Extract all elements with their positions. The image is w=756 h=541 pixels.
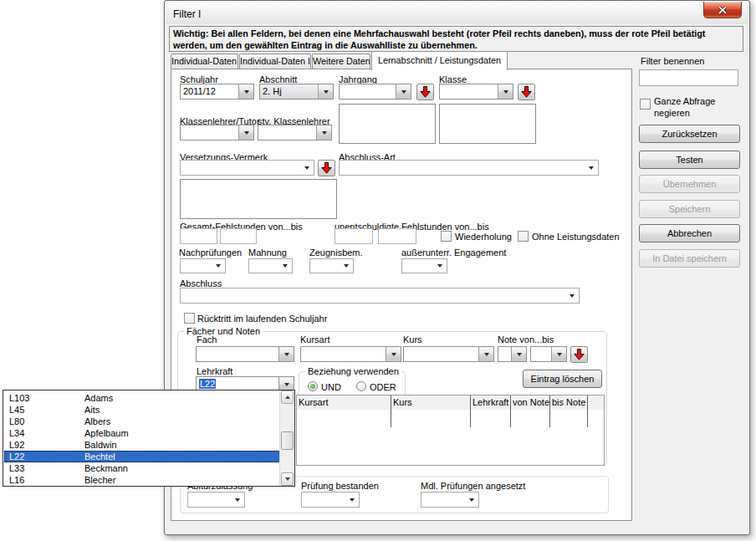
lehrkraft-code: L92 [9, 439, 24, 451]
list-item[interactable]: L92 Baldwin [4, 439, 280, 451]
tab-individual-daten-2[interactable]: Individual-Daten II [239, 54, 311, 69]
close-button[interactable] [703, 2, 742, 18]
chevron-down-icon[interactable] [511, 347, 526, 361]
warning-line1: Wichtig: Bei allen Feldern, bei denen ei… [173, 28, 739, 39]
ruecktritt-checkbox[interactable] [184, 313, 195, 324]
klasse-apply-arrow-button[interactable] [518, 84, 535, 100]
beziehung-oder-radio[interactable] [356, 381, 366, 391]
mdl-pruefungen-select[interactable] [421, 492, 479, 508]
red-down-arrow-icon [574, 349, 585, 360]
jahrgang-apply-arrow-button[interactable] [416, 84, 434, 100]
klasse-select[interactable] [439, 84, 513, 100]
klasse-selection-list[interactable] [439, 104, 536, 144]
lehrkraft-dropdown-list[interactable]: L103 Adams L45 Aits L80 Albers L34 Apfel… [3, 390, 295, 487]
versetzungs-vermerk-select[interactable] [180, 160, 314, 176]
beziehung-title: Beziehung verwenden [305, 366, 401, 376]
chevron-down-icon[interactable] [231, 493, 244, 507]
versetzungs-vermerk-apply-arrow-button[interactable] [318, 160, 335, 176]
note-bis-select[interactable] [530, 346, 567, 362]
tab-individual-daten-1[interactable]: Individual-Daten I [171, 54, 238, 69]
list-item[interactable]: L80 Albers [4, 416, 280, 427]
kurs-select[interactable] [403, 346, 494, 362]
zeugnisbem-select[interactable] [309, 258, 354, 273]
klassenlehrer-select[interactable] [180, 125, 254, 140]
chevron-down-icon[interactable] [386, 347, 401, 361]
chevron-down-icon[interactable] [345, 493, 359, 507]
chevron-down-icon[interactable] [396, 84, 411, 99]
lehrkraft-name: Albers [84, 416, 110, 427]
negieren-checkbox[interactable] [640, 99, 651, 110]
list-item[interactable]: L16 Blecher [4, 474, 280, 486]
jahrgang-select[interactable] [339, 84, 411, 100]
list-item[interactable]: L33 Beckmann [4, 462, 280, 474]
scrollbar-thumb[interactable] [281, 431, 294, 450]
wiederholung-checkbox[interactable] [441, 231, 452, 242]
scroll-down-button[interactable] [281, 472, 294, 486]
chevron-down-icon[interactable] [498, 84, 513, 99]
filter-name-input[interactable] [639, 69, 738, 86]
kurs-label: Kurs [403, 334, 422, 345]
gesamt-fehlstunden-bis-input[interactable] [220, 228, 257, 244]
faecher-noten-table[interactable]: Kursart Kurs Lehrkraft von Note bis Note [296, 395, 605, 466]
chevron-down-icon[interactable] [478, 347, 493, 361]
list-item-selected[interactable]: L22 Bechtel [4, 451, 280, 462]
titlebar[interactable]: Filter I [166, 2, 748, 24]
list-item[interactable]: L45 Aits [4, 404, 280, 416]
abbrechen-button[interactable]: Abbrechen [639, 224, 740, 242]
schuljahr-select[interactable]: 2011/12 [180, 84, 254, 100]
unentschuldigte-bis-input[interactable] [378, 228, 416, 244]
note-apply-arrow-button[interactable] [570, 346, 588, 363]
ohne-leistungsdaten-checkbox[interactable] [518, 231, 529, 242]
fach-select[interactable] [196, 346, 294, 362]
chevron-down-icon[interactable] [300, 161, 314, 175]
red-down-arrow-icon [420, 86, 431, 98]
warning-box: Wichtig: Bei allen Feldern, bei denen ei… [169, 26, 743, 52]
dropdown-scrollbar[interactable] [279, 390, 294, 486]
chevron-down-icon[interactable] [551, 347, 566, 361]
beziehung-und-radio[interactable] [308, 381, 318, 391]
chevron-down-icon[interactable] [565, 288, 579, 303]
chevron-down-icon[interactable] [238, 84, 253, 99]
mahnung-label: Mahnung [248, 248, 287, 258]
versetzungs-vermerk-selection-list[interactable] [180, 179, 337, 219]
chevron-down-icon[interactable] [316, 125, 331, 140]
zuruecksetzen-button[interactable]: Zurücksetzen [639, 125, 740, 143]
ausserunterr-engagement-select[interactable] [401, 258, 447, 273]
chevron-down-icon[interactable] [318, 84, 333, 99]
abiturzulassung-select[interactable] [187, 492, 245, 508]
tab-weitere-daten[interactable]: Weitere Daten [312, 54, 370, 69]
beziehung-oder-label: ODER [370, 382, 396, 393]
kursart-select[interactable] [300, 346, 401, 362]
lehrkraft-name: Baldwin [84, 439, 117, 451]
eintrag-loeschen-button[interactable]: Eintrag löschen [523, 370, 602, 388]
unentschuldigte-von-input[interactable] [335, 228, 373, 244]
chevron-down-icon[interactable] [433, 259, 447, 273]
table-header-lehrkraft: Lehrkraft [471, 396, 511, 410]
abschluss-art-select[interactable] [339, 160, 599, 176]
note-von-select[interactable] [498, 346, 527, 362]
scroll-up-button[interactable] [281, 390, 294, 404]
chevron-down-icon[interactable] [340, 259, 353, 273]
chevron-down-icon[interactable] [212, 259, 225, 273]
gesamt-fehlstunden-von-input[interactable] [180, 228, 217, 244]
lehrkraft-name: Bechtel [84, 451, 115, 462]
chevron-down-icon[interactable] [278, 259, 292, 273]
tab-lernabschnitt[interactable]: Lernabschnitt / Leistungsdaten [371, 51, 508, 70]
scroll-up-icon [285, 396, 290, 399]
abschluss-select[interactable] [180, 288, 580, 304]
chevron-down-icon[interactable] [585, 161, 598, 175]
testen-button[interactable]: Testen [639, 151, 740, 169]
pruefung-bestanden-select[interactable] [301, 492, 360, 508]
list-item[interactable]: L34 Apfelbaum [4, 427, 280, 439]
jahrgang-selection-list[interactable] [339, 104, 436, 144]
chevron-down-icon[interactable] [238, 125, 253, 140]
chevron-down-icon[interactable] [278, 347, 294, 361]
mahnung-select[interactable] [248, 258, 293, 273]
zeugnisbem-label: Zeugnisbem. [309, 248, 363, 258]
list-item[interactable]: L103 Adams [4, 392, 280, 404]
nachpruefungen-select[interactable] [180, 258, 226, 273]
stv-klassenlehrer-select[interactable] [258, 125, 332, 140]
chevron-down-icon[interactable] [465, 493, 478, 507]
abschnitt-select[interactable]: 2. Hj [259, 84, 334, 100]
beziehung-und-label: UND [321, 382, 341, 393]
